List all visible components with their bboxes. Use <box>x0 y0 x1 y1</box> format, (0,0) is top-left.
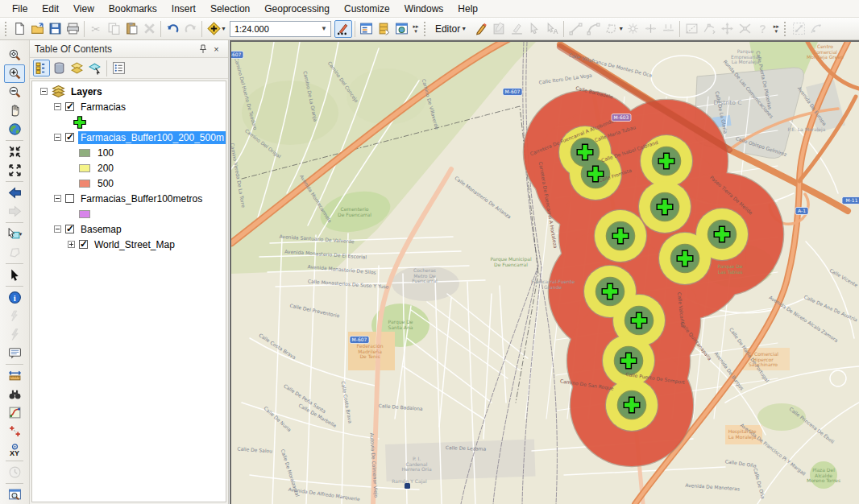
find-button[interactable] <box>4 385 25 403</box>
measure-button[interactable] <box>4 366 25 385</box>
list-by-source-button[interactable] <box>51 60 68 76</box>
toolbar-separator <box>679 21 680 37</box>
menu-bookmarks[interactable]: Bookmarks <box>102 1 164 17</box>
table-of-contents-window-button[interactable] <box>358 20 376 38</box>
new-document-button[interactable] <box>10 20 28 38</box>
zoom-in-button[interactable] <box>4 64 25 83</box>
tree-expander-minus-icon[interactable] <box>40 88 48 95</box>
toc-options-button[interactable] <box>110 60 127 76</box>
previous-extent-button[interactable] <box>4 184 25 202</box>
toc-layer-tree: LayersFarmaciasFarmacias_Buffer100_200_5… <box>31 81 226 502</box>
toolbar-separator <box>6 181 23 182</box>
sketch-tool-button <box>508 20 525 38</box>
html-popup-button[interactable] <box>4 344 25 362</box>
chevron-down-icon[interactable]: ▼ <box>317 22 330 36</box>
legend-swatch[interactable] <box>79 149 90 157</box>
layer-label[interactable]: Farmacias <box>78 101 128 114</box>
toolbar-overflow[interactable]: ▸▸▾ <box>411 24 421 34</box>
tree-expander-minus-icon[interactable] <box>54 134 61 141</box>
split-tool-button <box>641 20 659 38</box>
editor-menu[interactable]: Editor ▼ <box>430 21 472 37</box>
menu-insert[interactable]: Insert <box>164 1 203 17</box>
undo-button[interactable] <box>164 20 181 38</box>
layer-visibility-checkbox[interactable] <box>65 225 74 233</box>
menu-help[interactable]: Help <box>450 1 485 17</box>
edit-sketch-tool-button[interactable] <box>334 20 352 38</box>
paste-button[interactable] <box>122 20 140 38</box>
open-document-button[interactable] <box>28 20 46 38</box>
legend-swatch[interactable] <box>79 164 90 172</box>
crosshairs-tool-button[interactable] <box>4 422 25 440</box>
add-data-button[interactable] <box>205 20 222 38</box>
layer-label[interactable]: Layers <box>68 85 105 98</box>
legend-swatch[interactable] <box>79 210 90 218</box>
map-canvas[interactable]: Camino Del Huerto De TeodoroCamino De La… <box>231 42 859 504</box>
continuous-zoom-pan-button[interactable] <box>4 46 25 64</box>
layer-label[interactable]: Farmacias_Buffer100metros <box>78 192 205 205</box>
cut-button: ✂ <box>87 20 105 38</box>
select-elements-button[interactable] <box>4 266 25 284</box>
layers-stack-icon <box>52 85 65 98</box>
menu-geoprocessing[interactable]: Geoprocessing <box>257 1 337 17</box>
go-to-xy-button[interactable]: XY <box>4 440 25 459</box>
pin-icon[interactable] <box>196 43 210 56</box>
table-of-contents-window-icon <box>359 22 373 35</box>
svg-text:FederaciónMadrileñaDe Tenis: FederaciónMadrileñaDe Tenis <box>357 343 384 359</box>
catalog-window-button[interactable] <box>376 20 393 38</box>
toc-tree-row <box>32 206 226 221</box>
toolbar-grip[interactable] <box>4 21 8 37</box>
layer-label[interactable]: World_Street_Map <box>92 238 177 251</box>
fixed-zoom-in-button[interactable] <box>4 143 25 161</box>
menu-file[interactable]: File <box>5 1 35 17</box>
list-by-drawing-order-button[interactable] <box>33 60 50 76</box>
menu-view[interactable]: View <box>66 1 102 17</box>
tree-expander-minus-icon[interactable] <box>54 103 61 110</box>
cut-polygons-icon <box>685 22 699 35</box>
list-by-selection-button[interactable] <box>86 60 103 76</box>
straight-segment-icon <box>569 22 583 35</box>
chevron-down-icon[interactable]: ▾ <box>19 231 23 238</box>
tree-expander-minus-icon[interactable] <box>54 225 61 233</box>
menu-customize[interactable]: Customize <box>337 1 397 17</box>
full-extent-button[interactable] <box>4 120 25 138</box>
fixed-zoom-out-button[interactable] <box>4 161 25 180</box>
identify-button[interactable]: i <box>4 288 25 307</box>
layer-visibility-checkbox[interactable] <box>79 240 88 249</box>
zoom-out-button[interactable] <box>4 83 25 101</box>
viewer-window-button[interactable] <box>4 485 25 504</box>
pan-button[interactable] <box>4 101 25 120</box>
map-view[interactable]: Camino Del Huerto De TeodoroCamino De La… <box>230 40 859 504</box>
svg-text:Parque MunicipalDe Fuencarral: Parque MunicipalDe Fuencarral <box>490 256 531 267</box>
map-scale-combo[interactable]: 1:24.000 ▼ <box>230 21 331 37</box>
layer-label[interactable]: Basemap <box>78 223 124 236</box>
edit-tool-pencil-button[interactable] <box>472 20 490 38</box>
extra-toolbar-grip[interactable] <box>783 21 787 37</box>
line-intersection-icon <box>738 22 752 35</box>
green-cross-symbol-icon[interactable] <box>73 115 87 130</box>
menu-selection[interactable]: Selection <box>203 1 257 17</box>
list-by-visibility-button[interactable] <box>68 60 85 76</box>
find-route-button[interactable] <box>4 403 25 422</box>
select-features-button[interactable]: ▾ <box>2 225 27 243</box>
close-icon[interactable]: × <box>210 43 223 56</box>
editor-overflow[interactable]: ▸▸▾ <box>771 24 781 34</box>
layer-visibility-checkbox[interactable] <box>65 194 74 203</box>
save-document-button[interactable] <box>46 20 64 38</box>
tree-expander-plus-icon[interactable] <box>68 241 75 248</box>
reshape-feature-icon <box>703 22 716 35</box>
sketch-tool-icon <box>510 22 524 35</box>
menu-windows[interactable]: Windows <box>397 1 451 17</box>
catalog-window-icon <box>377 22 391 35</box>
editor-toolbar-grip[interactable] <box>423 21 427 37</box>
layer-visibility-checkbox[interactable] <box>65 133 74 142</box>
toolbar-separator <box>6 263 23 264</box>
menu-edit[interactable]: Edit <box>35 1 66 17</box>
layer-label[interactable]: Farmacias_Buffer100_200_500m <box>78 131 226 144</box>
layer-visibility-checkbox[interactable] <box>65 102 74 111</box>
print-button[interactable] <box>64 20 81 38</box>
new-document-icon <box>13 22 27 35</box>
search-window-button[interactable] <box>393 20 411 38</box>
zoom-to-edit-extent-button <box>790 20 807 38</box>
tree-expander-minus-icon[interactable] <box>54 195 61 202</box>
legend-swatch[interactable] <box>79 180 90 188</box>
